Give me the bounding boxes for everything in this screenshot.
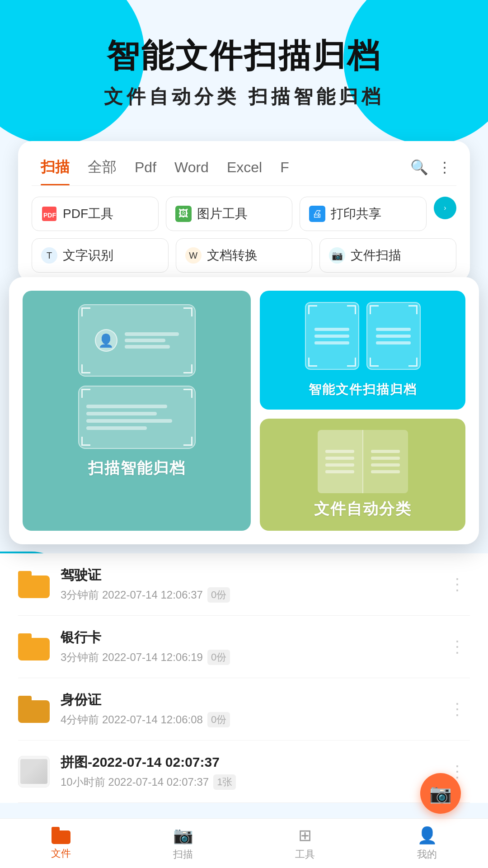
image-icon: 🖼 <box>175 206 192 222</box>
book-line-7 <box>371 463 399 467</box>
book-line-1 <box>325 450 354 453</box>
tab-scan[interactable]: 扫描 <box>32 155 79 180</box>
file-meta-3: 10小时前 2022-07-14 02:07:37 1张 <box>61 774 434 790</box>
nav-item-tools[interactable]: ⊞ 工具 <box>244 819 366 868</box>
file-name-2: 身份证 <box>61 691 434 709</box>
file-list: 驾驶证 3分钟前 2022-07-14 12:06:37 0份 ⋮ 银行卡 3分… <box>0 553 488 803</box>
mini-corner-br <box>347 358 356 367</box>
doc-corner-tl <box>81 389 90 398</box>
print-tool-button[interactable]: 🖨 打印共享 <box>300 197 427 231</box>
image-tool-button[interactable]: 🖼 图片工具 <box>166 197 293 231</box>
mini-corner-tr-2 <box>408 305 418 314</box>
app-card: 扫描 全部 Pdf Word Excel F 🔍 ⋮ PDF PDF工具 🖼 图… <box>18 141 470 282</box>
pdf-tool-label: PDF工具 <box>63 205 113 222</box>
doc-card-illustration <box>78 386 196 449</box>
camera-fab-icon: 📷 <box>429 783 452 804</box>
folder-body-1 <box>18 638 50 660</box>
mini-corner-bl-2 <box>370 358 379 367</box>
nav-scan-icon: 📷 <box>173 826 193 845</box>
tab-all[interactable]: 全部 <box>79 155 126 180</box>
convert-tool-button[interactable]: W 文档转换 <box>176 238 313 273</box>
file-item-2[interactable]: 身份证 4分钟前 2022-07-14 12:06:08 0份 ⋮ <box>18 678 470 741</box>
file-info-3: 拼图-2022-07-14 02:07:37 10小时前 2022-07-14 … <box>61 753 434 790</box>
nav-item-mine[interactable]: 👤 我的 <box>366 819 488 868</box>
file-more-2[interactable]: ⋮ <box>445 695 470 723</box>
file-meta-0: 3分钟前 2022-07-14 12:06:37 0份 <box>61 587 434 603</box>
doc-corner-marks <box>79 387 195 448</box>
book-line-2 <box>325 457 354 460</box>
scan-tool-button[interactable]: 📷 文件扫描 <box>319 238 456 273</box>
bottom-navigation: 文件 📷 扫描 ⊞ 工具 👤 我的 <box>0 818 488 868</box>
folder-body-2 <box>18 700 50 723</box>
file-badge-3: 1张 <box>213 774 236 790</box>
tab-f[interactable]: F <box>271 156 298 179</box>
nav-label-tools: 工具 <box>295 848 315 861</box>
folder-body-nav <box>52 830 70 844</box>
nav-item-files[interactable]: 文件 <box>0 819 122 868</box>
scan-tool-label: 文件扫描 <box>351 247 401 264</box>
file-badge-1: 0份 <box>207 650 230 665</box>
tool-grid-row2: T 文字识别 W 文档转换 📷 文件扫描 <box>32 238 456 273</box>
folder-body-0 <box>18 576 50 598</box>
convert-tool-label: 文档转换 <box>207 247 258 264</box>
id-card-illustration: 👤 <box>78 304 196 377</box>
nav-tools-icon: ⊞ <box>298 826 312 845</box>
pdf-tool-button[interactable]: PDF PDF工具 <box>32 197 159 231</box>
print-icon: 🖨 <box>309 206 325 222</box>
doc-icon-right <box>366 302 421 370</box>
mini-corner-br-2 <box>408 358 418 367</box>
book-line-5 <box>371 450 399 453</box>
main-title: 智能文件扫描归档 <box>27 36 461 75</box>
corner-br <box>183 364 192 373</box>
doc-corner-br <box>183 437 192 446</box>
image-thumb-inner-3 <box>20 759 47 784</box>
file-item-0[interactable]: 驾驶证 3分钟前 2022-07-14 12:06:37 0份 ⋮ <box>18 553 470 616</box>
file-more-1[interactable]: ⋮ <box>445 633 470 661</box>
ocr-tool-button[interactable]: T 文字识别 <box>32 238 169 273</box>
tab-pdf[interactable]: Pdf <box>126 156 165 179</box>
corner-marks <box>79 305 195 376</box>
search-icon[interactable]: 🔍 <box>406 157 433 178</box>
doc-icon-left <box>305 302 359 370</box>
file-more-0[interactable]: ⋮ <box>445 571 470 599</box>
more-icon[interactable]: ⋮ <box>433 157 456 178</box>
scan-icon: 📷 <box>329 247 345 264</box>
book-illustration <box>318 430 408 493</box>
corner-tr <box>183 307 192 316</box>
mini-corner-bl <box>308 358 317 367</box>
folder-icon-0 <box>18 571 50 598</box>
camera-fab-button[interactable]: 📷 <box>420 773 461 814</box>
file-name-0: 驾驶证 <box>61 566 434 585</box>
nav-item-scan[interactable]: 📷 扫描 <box>122 819 244 868</box>
file-badge-2: 0份 <box>207 712 230 727</box>
feature-auto-classify[interactable]: 文件自动分类 <box>260 419 465 531</box>
nav-mine-icon: 👤 <box>417 826 437 845</box>
file-item-1[interactable]: 银行卡 3分钟前 2022-07-14 12:06:19 0份 ⋮ <box>18 616 470 678</box>
doc-corner-tr <box>183 389 192 398</box>
print-tool-label: 打印共享 <box>331 205 381 222</box>
feature-scan-archive[interactable]: 👤 <box>23 291 251 531</box>
tab-word[interactable]: Word <box>165 156 218 179</box>
file-name-3: 拼图-2022-07-14 02:07:37 <box>61 753 434 772</box>
mini-corners-2 <box>367 303 420 369</box>
tab-excel[interactable]: Excel <box>218 156 271 179</box>
file-info-0: 驾驶证 3分钟前 2022-07-14 12:06:37 0份 <box>61 566 434 603</box>
corner-tl <box>81 307 90 316</box>
file-info-2: 身份证 4分钟前 2022-07-14 12:06:08 0份 <box>61 691 434 727</box>
file-meta-2: 4分钟前 2022-07-14 12:06:08 0份 <box>61 712 434 727</box>
file-time-1: 3分钟前 2022-07-14 12:06:19 <box>61 650 203 665</box>
file-item-3[interactable]: 拼图-2022-07-14 02:07:37 10小时前 2022-07-14 … <box>18 741 470 803</box>
mini-corner-tl-2 <box>370 305 379 314</box>
nav-files-icon <box>52 827 70 844</box>
feature-scan-top-label: 智能文件扫描归档 <box>309 381 417 398</box>
feature-intelligent-scan[interactable]: 智能文件扫描归档 <box>260 291 465 410</box>
book-left-page <box>318 430 362 493</box>
image-tool-label: 图片工具 <box>197 205 248 222</box>
file-time-3: 10小时前 2022-07-14 02:07:37 <box>61 775 209 789</box>
book-line-6 <box>371 457 399 460</box>
tool-grid-row1: PDF PDF工具 🖼 图片工具 🖨 打印共享 › <box>32 197 456 231</box>
svg-text:PDF: PDF <box>43 212 56 219</box>
folder-tab-nav <box>52 827 60 830</box>
feature-grid: 👤 <box>23 291 465 531</box>
ocr-tool-label: 文字识别 <box>63 247 113 264</box>
